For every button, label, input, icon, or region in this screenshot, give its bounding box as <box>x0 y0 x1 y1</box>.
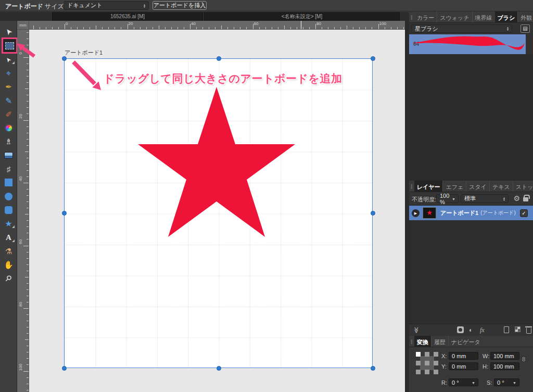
fill-tool[interactable] <box>0 121 17 134</box>
anchor-dot-2-2[interactable] <box>434 370 438 374</box>
zoom-tool[interactable]: ⚲ <box>0 272 17 285</box>
ruler-tick <box>27 271 29 271</box>
artboard-title[interactable]: アートボード1 <box>65 49 103 57</box>
tab-layers-2[interactable]: スタイ <box>466 181 489 192</box>
anchor-dot-2-1[interactable] <box>425 370 429 374</box>
link-dimensions-icon[interactable]: 8 <box>522 356 525 362</box>
pattern-layer-icon[interactable] <box>515 326 521 332</box>
y-input[interactable]: 0 mm <box>449 362 478 370</box>
brush-category-select[interactable]: 星ブラシ ▲▼ <box>411 24 512 33</box>
layer-visibility-checkbox[interactable]: ✓ <box>520 209 528 217</box>
artboard-handle[interactable] <box>371 211 375 216</box>
pen-tool[interactable]: ✒ <box>0 80 17 93</box>
artboard[interactable] <box>64 58 373 368</box>
pasteboard[interactable]: アートボード1 ドラッグして同じ大きさのアートボードを追加 <box>29 30 405 392</box>
anchor-dot-0-2[interactable] <box>434 352 438 357</box>
brush-preview-item[interactable]: 64 <box>409 34 526 54</box>
ellipse-tool[interactable] <box>0 190 17 203</box>
adjustment-layer-icon[interactable]: ◐ <box>469 326 473 334</box>
ruler-tick <box>90 27 90 29</box>
tab-layers-0[interactable]: レイヤー <box>414 181 443 192</box>
layer-row[interactable]: ▶ ★ アートボード1 (アートボード) ✓ <box>409 206 533 220</box>
tab-layers-1[interactable]: エフェ <box>442 181 466 192</box>
text-tool[interactable]: A <box>0 231 17 244</box>
color-picker-tool[interactable]: ⚗ <box>0 245 17 258</box>
rotation-select[interactable]: 0 ° ▼ <box>449 378 478 386</box>
anchor-dot-1-1[interactable] <box>425 361 429 365</box>
rotation-value: 0 ° <box>452 380 459 386</box>
ruler-tick <box>27 239 29 239</box>
document-tab-2[interactable]: <名称未設定> [M] <box>204 12 400 21</box>
mask-layer-icon[interactable] <box>457 326 464 333</box>
ruler-tick <box>171 27 172 29</box>
artboard-handle[interactable] <box>62 56 67 61</box>
anchor-dot-0-0[interactable] <box>416 352 421 357</box>
panel-grip-icon[interactable]: || <box>409 181 414 192</box>
vector-brush-tool[interactable]: ✐ <box>0 108 17 121</box>
ruler-tick <box>27 189 29 189</box>
lock-icon[interactable] <box>523 197 528 201</box>
layer-effects-icon[interactable]: fx <box>480 326 485 334</box>
tab-layers-4[interactable]: ストッ <box>513 181 533 192</box>
panel-grip-icon[interactable]: || <box>409 336 414 347</box>
shear-select[interactable]: 0 ° ▼ <box>494 378 519 386</box>
transparency-tool[interactable]: ♗ <box>0 135 17 148</box>
blend-mode-select[interactable]: 標準 ▲▼ <box>461 194 509 203</box>
ruler-tick <box>177 27 178 29</box>
artboard-handle[interactable] <box>62 366 67 371</box>
ruler-tick <box>27 364 29 365</box>
panel-divider[interactable] <box>405 21 409 392</box>
tab-transform-2[interactable]: ナビゲータ <box>448 336 483 347</box>
layer-thumbnail[interactable]: ★ <box>423 207 436 219</box>
artboard-handle[interactable] <box>371 56 375 61</box>
document-tab-1[interactable]: 1652635.ai [M] <box>52 12 203 21</box>
tab-transform-0[interactable]: 変換 <box>414 336 431 347</box>
tab-brush-0[interactable]: カラー <box>414 11 437 22</box>
ruler-tick <box>365 27 366 29</box>
star-tool[interactable]: ★ <box>0 217 17 230</box>
brush-list-view-button[interactable]: ▤ <box>521 24 530 33</box>
tab-layers-3[interactable]: テキス <box>489 181 513 192</box>
tab-brush-2[interactable]: 境界線 <box>472 11 495 22</box>
panel-grip-icon[interactable]: || <box>409 11 414 22</box>
tab-brush-1[interactable]: スウォッチ <box>437 11 472 22</box>
rounded-rectangle-tool[interactable] <box>0 204 17 217</box>
ruler-tick <box>25 88 29 89</box>
w-input[interactable]: 100 mm <box>490 352 519 360</box>
pencil-tool[interactable]: ✎ <box>0 94 17 107</box>
artboard-handle[interactable] <box>371 366 375 371</box>
opacity-select[interactable]: 100 % ▼ <box>436 194 459 203</box>
ruler-tick <box>27 233 29 233</box>
layers-stack-icon[interactable]: ≫ <box>413 326 420 334</box>
ruler-tick <box>253 24 253 29</box>
vector-crop-tool[interactable]: ♯ <box>0 162 17 175</box>
anchor-dot-1-0[interactable] <box>416 361 421 365</box>
delete-layer-icon[interactable] <box>526 326 531 334</box>
new-layer-icon <box>504 326 509 333</box>
layer-expand-icon[interactable]: ▶ <box>412 209 420 217</box>
ruler-tick <box>27 82 29 83</box>
point-transform-tool[interactable]: ⌖ <box>0 67 17 80</box>
tab-brush-3[interactable]: ブラシ <box>495 11 518 22</box>
move-tool[interactable]: ➤ <box>0 26 17 39</box>
selection-arrow-tool[interactable]: ➤ <box>0 53 17 66</box>
artboard-tool[interactable] <box>2 39 17 52</box>
anchor-dot-1-2[interactable] <box>434 361 438 365</box>
new-layer-icon[interactable] <box>504 326 509 333</box>
hand-tool[interactable]: ✋ <box>0 258 17 271</box>
insert-artboard-button[interactable]: アートボードを挿入 <box>153 1 207 10</box>
x-input[interactable]: 0 mm <box>449 352 478 360</box>
anchor-dot-2-0[interactable] <box>416 370 421 374</box>
place-image-tool[interactable] <box>0 149 17 162</box>
anchor-point-selector[interactable] <box>416 352 438 374</box>
artboard-handle[interactable] <box>217 56 221 61</box>
tab-transform-1[interactable]: 履歴 <box>431 336 448 347</box>
artboard-handle[interactable] <box>217 366 221 371</box>
artboard-size-select[interactable]: ドキュメント ▲▼ <box>64 1 149 10</box>
h-input[interactable]: 100 mm <box>490 362 519 370</box>
artboard-handle[interactable] <box>62 211 67 216</box>
layer-settings-gear-icon[interactable]: ⚙ <box>513 194 520 203</box>
rectangle-tool[interactable] <box>0 176 17 189</box>
tab-brush-4[interactable]: 外観 <box>517 11 533 22</box>
anchor-dot-0-1[interactable] <box>425 352 429 357</box>
